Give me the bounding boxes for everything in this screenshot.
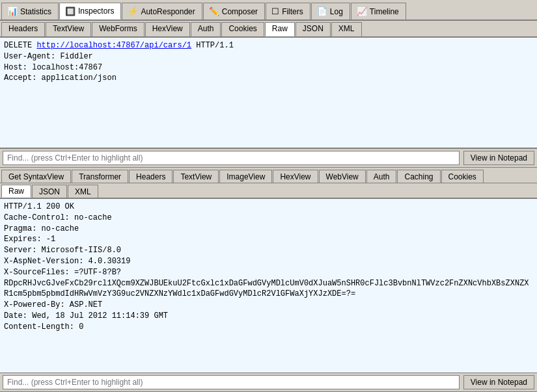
resp-tab-json[interactable]: JSON: [32, 185, 67, 198]
resp-tab-transformer[interactable]: Transformer: [72, 170, 128, 183]
request-subtabs: Headers TextView WebForms HexView Auth C…: [0, 21, 537, 38]
request-content: DELETE http://localhost:47867/api/cars/1…: [0, 38, 537, 148]
filters-icon: ☐: [271, 7, 279, 16]
req-tab-xml[interactable]: XML: [331, 22, 362, 36]
req-tab-webforms[interactable]: WebForms: [92, 22, 144, 36]
tab-statistics-label: Statistics: [20, 7, 51, 16]
resp-tab-getsyntaxview[interactable]: Get SyntaxView: [1, 170, 71, 183]
log-icon: 📄: [317, 7, 327, 16]
response-view-notepad-button[interactable]: View in Notepad: [463, 375, 534, 389]
tab-composer-label: Composer: [222, 7, 258, 16]
request-url[interactable]: http://localhost:47867/api/cars/1: [36, 41, 191, 50]
response-tabs-row2: Raw JSON XML: [0, 183, 537, 199]
req-tab-headers[interactable]: Headers: [1, 22, 45, 36]
resp-tab-xml[interactable]: XML: [68, 185, 98, 198]
req-tab-auth[interactable]: Auth: [191, 22, 221, 36]
request-method: DELETE: [4, 41, 36, 50]
response-find-bar: View in Notepad: [0, 372, 537, 392]
request-find-input[interactable]: [3, 151, 460, 165]
request-accept: Accept: application/json: [4, 73, 117, 83]
tab-filters[interactable]: ☐ Filters: [266, 3, 310, 20]
request-find-bar: View in Notepad: [0, 148, 537, 168]
req-tab-cookies[interactable]: Cookies: [221, 22, 264, 36]
request-http-version: HTTP/1.1: [191, 41, 234, 50]
tab-log-label: Log: [330, 7, 343, 16]
tab-timeline-label: Timeline: [370, 7, 399, 16]
tab-inspectors-label: Inspectors: [78, 7, 114, 16]
request-view-notepad-button[interactable]: View in Notepad: [463, 151, 534, 165]
timeline-icon: 📈: [357, 7, 367, 16]
response-find-input[interactable]: [3, 375, 460, 389]
composer-icon: ✏️: [209, 7, 219, 16]
response-content: HTTP/1.1 200 OK Cache-Control: no-cache …: [0, 199, 537, 372]
tab-autoresponder-label: AutoResponder: [141, 7, 195, 16]
req-tab-textview[interactable]: TextView: [46, 22, 91, 36]
inspectors-icon: 🔲: [65, 7, 76, 16]
tab-composer[interactable]: ✏️ Composer: [203, 3, 265, 20]
resp-tab-cookies[interactable]: Cookies: [441, 170, 484, 183]
main-content: Headers TextView WebForms HexView Auth C…: [0, 21, 537, 392]
resp-tab-hexview[interactable]: HexView: [273, 170, 318, 183]
top-toolbar: 📊 Statistics 🔲 Inspectors ⚡ AutoResponde…: [0, 0, 537, 21]
resp-tab-textview[interactable]: TextView: [173, 170, 219, 183]
resp-tab-caching[interactable]: Caching: [397, 170, 440, 183]
tab-timeline[interactable]: 📈 Timeline: [351, 3, 406, 20]
req-tab-hexview[interactable]: HexView: [145, 22, 190, 36]
statistics-icon: 📊: [7, 7, 18, 16]
req-tab-raw[interactable]: Raw: [265, 22, 295, 36]
request-panel: DELETE http://localhost:47867/api/cars/1…: [0, 38, 537, 148]
autoresponder-icon: ⚡: [128, 7, 138, 16]
response-section: Get SyntaxView Transformer Headers TextV…: [0, 168, 537, 392]
response-panel: HTTP/1.1 200 OK Cache-Control: no-cache …: [0, 199, 537, 372]
resp-tab-imageview[interactable]: ImageView: [219, 170, 272, 183]
response-tabs-row1: Get SyntaxView Transformer Headers TextV…: [0, 168, 537, 183]
resp-tab-raw[interactable]: Raw: [1, 185, 31, 198]
tab-log[interactable]: 📄 Log: [311, 3, 350, 20]
request-user-agent: User-Agent: Fiddler: [4, 52, 93, 61]
resp-tab-auth[interactable]: Auth: [366, 170, 397, 183]
resp-tab-headers[interactable]: Headers: [129, 170, 172, 183]
request-host: Host: localhost:47867: [4, 63, 102, 72]
req-tab-json[interactable]: JSON: [296, 22, 331, 36]
tab-inspectors[interactable]: 🔲 Inspectors: [59, 3, 121, 20]
tab-statistics[interactable]: 📊 Statistics: [1, 3, 59, 20]
tab-autoresponder[interactable]: ⚡ AutoResponder: [122, 3, 202, 20]
resp-tab-webview[interactable]: WebView: [319, 170, 366, 183]
tab-filters-label: Filters: [282, 7, 303, 16]
